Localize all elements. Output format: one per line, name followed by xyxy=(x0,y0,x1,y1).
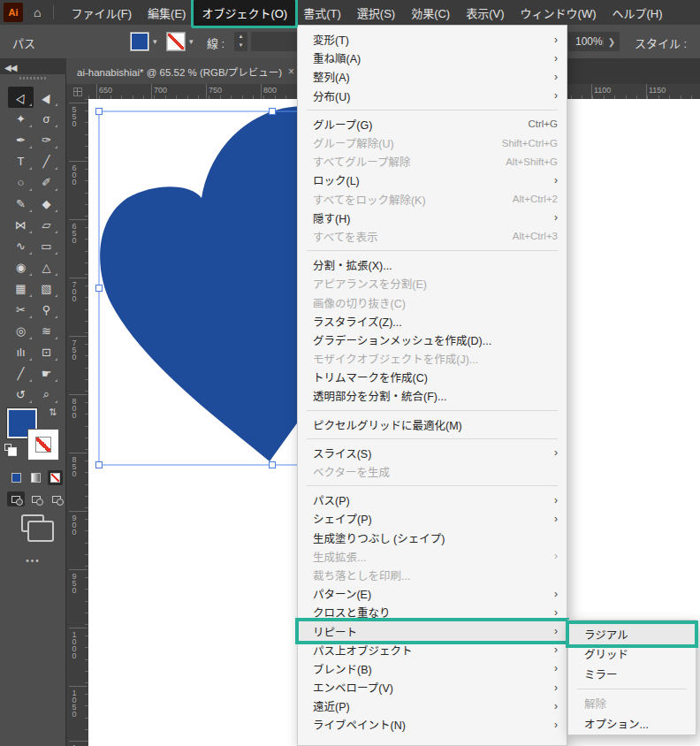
swap-fill-stroke-icon[interactable]: ⇅ xyxy=(49,407,57,418)
tool-type[interactable]: T xyxy=(8,150,34,171)
stroke-swatch[interactable] xyxy=(28,430,58,460)
object-menu-item-6[interactable]: グループ(G)Ctrl+G xyxy=(298,115,567,133)
object-menu-item-18[interactable]: グラデーションメッシュを作成(D)... xyxy=(298,331,567,349)
menubar-item-6[interactable]: 効果(C) xyxy=(403,0,458,26)
tool-blend[interactable]: ◎ xyxy=(8,320,34,341)
pen-icon: ✒ xyxy=(16,133,26,147)
object-menu-item-34[interactable]: クロスと重なり› xyxy=(298,603,567,621)
repeat-submenu-item-6[interactable]: オプション... xyxy=(568,713,696,734)
repeat-submenu-item-1[interactable]: ラジアル xyxy=(568,624,696,644)
menubar-item-2[interactable]: 編集(E) xyxy=(140,0,194,26)
opacity-caret-icon[interactable]: ❯ xyxy=(603,37,620,47)
object-menu-item-28[interactable]: パス(P)› xyxy=(298,491,567,509)
panel-more-dots[interactable]: ••• xyxy=(0,556,66,566)
tool-gradient[interactable]: ▧ xyxy=(34,278,59,299)
object-menu-item-30[interactable]: 生成塗りつぶし (シェイプ) xyxy=(298,529,567,547)
tool-width[interactable]: ∿ xyxy=(8,235,34,256)
document-tab[interactable]: ai-hanabishiai* @ 65.52 % (RGB/プレビュー) × xyxy=(66,58,301,84)
repeat-submenu-item-3[interactable]: ミラー xyxy=(568,664,696,684)
gradient-button[interactable] xyxy=(28,470,43,485)
default-fill-stroke-icon[interactable] xyxy=(4,444,11,451)
tool-rotate-view[interactable]: ↺ xyxy=(8,384,34,405)
panel-grip[interactable] xyxy=(19,77,46,80)
draw-behind-button[interactable] xyxy=(27,491,45,506)
fill-color-swatch[interactable] xyxy=(130,32,149,51)
tool-eraser[interactable]: ◆ xyxy=(34,193,59,214)
tool-eyedropper[interactable]: ⚲ xyxy=(34,299,59,320)
object-menu-item-36[interactable]: パス上オブジェクト› xyxy=(298,641,567,659)
fill-caret-icon[interactable]: ▾ xyxy=(153,37,157,46)
tool-mesh[interactable]: ▦ xyxy=(8,278,34,299)
tool-zoom[interactable]: ⌕ xyxy=(34,384,59,405)
object-menu-item-20[interactable]: トリムマークを作成(C) xyxy=(298,368,567,386)
object-menu-item-4[interactable]: 分布(U)› xyxy=(298,87,567,105)
tool-perspective-grid[interactable]: △ xyxy=(34,256,59,278)
opacity-box[interactable]: 100% ❯ xyxy=(568,32,620,51)
tool-symbol-sprayer[interactable]: ≋ xyxy=(34,320,59,341)
draw-inside-button[interactable] xyxy=(48,491,65,506)
color-button[interactable] xyxy=(9,470,24,485)
tool-hand[interactable]: ☛ xyxy=(34,362,59,384)
object-menu-item-14[interactable]: 分割・拡張(X)... xyxy=(298,255,567,274)
tool-line-segment[interactable]: ╱ xyxy=(34,150,59,171)
none-button[interactable] xyxy=(48,470,63,485)
menubar-item-7[interactable]: 表示(V) xyxy=(458,0,512,26)
object-menu-item-23[interactable]: ピクセルグリッドに最適化(M) xyxy=(298,415,567,434)
object-menu-item-37[interactable]: ブレンド(B)› xyxy=(298,659,567,678)
stroke-caret-icon[interactable]: ▾ xyxy=(189,37,194,46)
menu-item-shortcut: Alt+Shift+G xyxy=(506,156,558,167)
stroke-weight-stepper[interactable]: ▴▾ xyxy=(234,32,247,51)
tool-scissors[interactable]: ✂ xyxy=(8,299,34,320)
object-menu-item-39[interactable]: 遠近(P)› xyxy=(298,697,567,715)
object-menu-item-3[interactable]: 整列(A)› xyxy=(298,67,567,86)
tool-lasso[interactable]: σ xyxy=(34,108,59,129)
menubar-item-4[interactable]: 書式(T) xyxy=(295,0,349,26)
object-menu-item-17[interactable]: ラスタライズ(Z)... xyxy=(298,312,567,331)
object-menu-item-11[interactable]: 隠す(H)› xyxy=(298,209,567,227)
object-menu-item-29[interactable]: シェイプ(P)› xyxy=(298,509,567,528)
opacity-value[interactable]: 100% xyxy=(568,35,603,48)
object-menu-item-35[interactable]: リピート› xyxy=(298,621,567,640)
vertical-ruler[interactable]: 550600650700750800850900950100010501100 xyxy=(66,99,88,746)
menubar-item-9[interactable]: ヘルプ(H) xyxy=(604,0,670,26)
tool-reflect[interactable]: ⋈ xyxy=(8,214,34,235)
object-menu-separator xyxy=(307,438,558,439)
repeat-submenu-item-2[interactable]: グリッド xyxy=(568,644,696,665)
tool-ellipse[interactable]: ○ xyxy=(8,171,34,193)
object-menu-item-33[interactable]: パターン(E)› xyxy=(298,584,567,603)
draw-normal-button[interactable] xyxy=(7,491,25,506)
tool-column-graph[interactable]: ılı xyxy=(8,341,34,362)
screen-mode-button[interactable] xyxy=(21,514,44,532)
menubar-item-1[interactable]: ファイル(F) xyxy=(63,0,140,26)
menubar-item-5[interactable]: 選択(S) xyxy=(349,0,403,26)
tool-shape-builder[interactable]: ◉ xyxy=(8,256,34,278)
illustrator-logo[interactable]: Ai xyxy=(4,3,23,22)
object-menu-item-21[interactable]: 透明部分を分割・統合(F)... xyxy=(298,386,567,405)
tool-slice[interactable]: ╱ xyxy=(8,362,34,384)
menubar-item-8[interactable]: ウィンドウ(W) xyxy=(513,0,605,26)
tool-magic-wand[interactable]: ✦ xyxy=(8,108,34,129)
collapse-panel-icon[interactable]: ◀◀ xyxy=(4,63,16,72)
menubar-item-3[interactable]: オブジェクト(O) xyxy=(194,0,295,26)
tool-pencil[interactable]: ✎ xyxy=(8,193,34,214)
tool-free-transform[interactable]: ▭ xyxy=(34,235,59,256)
object-menu-item-9[interactable]: ロック(L)› xyxy=(298,171,567,189)
tool-curvature[interactable]: ✑ xyxy=(34,129,59,150)
tool-direct-selection[interactable]: ▶ xyxy=(34,87,59,108)
object-menu-item-1[interactable]: 変形(T)› xyxy=(298,30,567,49)
object-menu-item-25[interactable]: スライス(S)› xyxy=(298,444,567,462)
submenu-arrow-icon: › xyxy=(551,34,558,46)
tool-artboard[interactable]: ⊡ xyxy=(34,341,59,362)
object-menu-item-38[interactable]: エンベロープ(V)› xyxy=(298,678,567,697)
tool-pen[interactable]: ✒ xyxy=(8,129,34,150)
object-menu-item-2[interactable]: 重ね順(A)› xyxy=(298,49,567,67)
stroke-color-swatch[interactable] xyxy=(166,32,186,51)
tool-scale[interactable]: ▱ xyxy=(34,214,59,235)
tool-selection[interactable]: ▷ xyxy=(8,87,34,108)
object-menu-item-40[interactable]: ライブペイント(N)› xyxy=(298,715,567,734)
close-tab-icon[interactable]: × xyxy=(288,65,294,78)
tool-paintbrush[interactable]: ✐ xyxy=(34,171,59,193)
ruler-origin-corner[interactable] xyxy=(66,84,88,99)
home-icon[interactable]: ⌂ xyxy=(34,5,41,19)
stroke-weight-field[interactable] xyxy=(251,32,304,51)
